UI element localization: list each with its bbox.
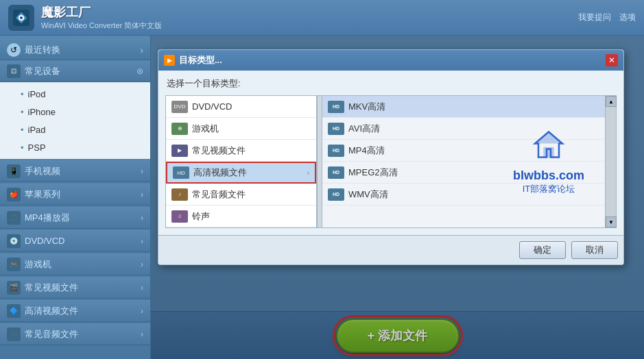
hd-item-arrow-icon: ›: [307, 169, 309, 177]
hd-video-icon: 🔷: [7, 304, 21, 318]
app-title: 魔影工厂: [41, 4, 162, 21]
avi-item-icon: HD: [328, 123, 344, 135]
content-area: ↺ 最近转换 › ⊡ 常见设备 ⊛ iPod iPhone: [0, 36, 644, 359]
sidebar-item-apple-series[interactable]: 🍎 苹果系列 ›: [0, 184, 150, 206]
sidebar-item-psp[interactable]: PSP: [0, 138, 150, 156]
main-content: ▶ 目标类型... ✕ 选择一个目标类型: DVD: [151, 36, 644, 359]
dialog-right-item-avi[interactable]: HD AVI高清: [322, 118, 605, 140]
recent-label: 最近转换: [25, 44, 60, 56]
ipod-label: iPod: [28, 89, 46, 99]
dvd-item-icon: DVD: [171, 101, 188, 113]
hd-video-label: 高清视频文件: [25, 305, 78, 317]
devices-icon: ⊡: [7, 64, 21, 78]
sidebar-item-dvd-vcd[interactable]: 💿 DVD/VCD ›: [0, 230, 150, 252]
dialog-left-panel: DVD DVD/VCD ⊕ 游戏机 ▶ 常见视频文件: [166, 96, 317, 227]
ok-button[interactable]: 确定: [519, 241, 566, 259]
dialog-title-bar: ▶ 目标类型... ✕: [158, 50, 623, 71]
recent-icon: ↺: [7, 43, 21, 57]
dvd-vcd-arrow-icon: ›: [141, 236, 143, 246]
sidebar-item-game-console[interactable]: 🎮 游戏机 ›: [0, 253, 150, 275]
mpeg2-item-icon: HD: [328, 166, 344, 179]
sidebar-item-ipad[interactable]: iPad: [0, 121, 150, 138]
sidebar-item-common-audio[interactable]: 🎶 常见音频文件 ›: [0, 323, 150, 345]
devices-expand-icon: ⊛: [136, 66, 143, 76]
svg-point-2: [20, 16, 23, 19]
dialog-right-item-mp4[interactable]: HD MP4高清: [322, 140, 605, 162]
common-video-icon: 🎬: [7, 281, 21, 295]
mkv-item-icon: HD: [328, 101, 344, 113]
wmv-item-icon: HD: [328, 188, 344, 201]
left-panel-scrollbar[interactable]: [317, 96, 322, 227]
iphone-label: iPhone: [28, 107, 56, 117]
dialog-item-dvd-vcd[interactable]: DVD DVD/VCD: [166, 96, 316, 118]
main-window: 魔影工厂 WinAVI Video Converter 简体中文版 我要提问 选…: [0, 0, 644, 359]
ring-item-icon: ♫: [171, 210, 188, 223]
apple-series-label: 苹果系列: [25, 188, 60, 201]
dialog-panels: DVD DVD/VCD ⊕ 游戏机 ▶ 常见视频文件: [165, 95, 617, 228]
common-video-item-icon: ▶: [171, 145, 188, 157]
ipad-label: iPad: [28, 125, 46, 135]
game-console-icon: 🎮: [7, 258, 21, 271]
hd-video-item-label: 高清视频文件: [193, 166, 247, 179]
hd-video-arrow-icon: ›: [141, 306, 143, 316]
dialog-footer: 确定 取消: [158, 235, 623, 264]
sidebar-item-ipod[interactable]: iPod: [0, 85, 150, 103]
audio-item-label: 常见音频文件: [192, 188, 246, 201]
wmv-item-label: WMV高清: [348, 188, 388, 201]
sidebar-item-mobile-video[interactable]: 📱 手机视频 ›: [0, 160, 150, 182]
sidebar: ↺ 最近转换 › ⊡ 常见设备 ⊛ iPod iPhone: [0, 36, 151, 359]
feedback-link[interactable]: 我要提问: [578, 12, 611, 23]
dialog-title-icon: ▶: [164, 55, 175, 66]
mobile-video-arrow-icon: ›: [141, 166, 143, 176]
title-links: 我要提问 选项: [578, 12, 636, 23]
game-item-icon: ⊕: [171, 123, 188, 135]
sidebar-item-hd-video[interactable]: 🔷 高清视频文件 ›: [0, 300, 150, 322]
sidebar-item-iphone[interactable]: iPhone: [0, 103, 150, 121]
common-devices-section: ⊡ 常见设备 ⊛ iPod iPhone iPad PSP: [0, 60, 150, 159]
common-video-item-label: 常见视频文件: [192, 145, 246, 157]
dialog-subtitle: 选择一个目标类型:: [165, 77, 617, 90]
dialog-close-button[interactable]: ✕: [606, 54, 618, 66]
dialog-item-game[interactable]: ⊕ 游戏机: [166, 118, 316, 140]
recent-conversions-header[interactable]: ↺ 最近转换 ›: [0, 40, 150, 60]
common-audio-arrow-icon: ›: [141, 330, 143, 339]
dialog-overlay: ▶ 目标类型... ✕ 选择一个目标类型: DVD: [151, 36, 644, 359]
target-type-dialog: ▶ 目标类型... ✕ 选择一个目标类型: DVD: [158, 49, 624, 265]
dialog-item-common-video[interactable]: ▶ 常见视频文件: [166, 140, 316, 162]
ring-item-label: 铃声: [192, 210, 210, 223]
mp4-item-icon: HD: [328, 145, 344, 157]
sidebar-item-mp4-player[interactable]: 🎵 MP4播放器 ›: [0, 207, 150, 229]
scrollbar-down-button[interactable]: ▼: [606, 216, 617, 227]
common-video-arrow-icon: ›: [141, 283, 143, 293]
dialog-item-ringtone[interactable]: ♫ 铃声: [166, 206, 316, 227]
dialog-right-item-wmv[interactable]: HD WMV高清: [322, 184, 605, 206]
title-text: 魔影工厂 WinAVI Video Converter 简体中文版: [41, 4, 162, 31]
mkv-item-label: MKV高清: [348, 101, 385, 113]
dvd-vcd-icon: 💿: [7, 234, 21, 248]
dialog-right-item-mpeg2[interactable]: HD MPEG2高清: [322, 162, 605, 184]
common-audio-icon: 🎶: [7, 327, 21, 341]
dialog-right-panel: HD MKV高清 HD AVI高清 HD MP4: [322, 96, 605, 227]
hd-video-item-icon: HD: [173, 166, 189, 179]
sidebar-item-common-video[interactable]: 🎬 常见视频文件 ›: [0, 277, 150, 299]
psp-label: PSP: [28, 143, 46, 153]
right-panel-scrollbar[interactable]: ▲ ▼: [605, 96, 616, 227]
dialog-right-item-mkv[interactable]: HD MKV高清: [322, 96, 605, 118]
dialog-item-hd-video[interactable]: HD 高清视频文件 ›: [166, 162, 316, 184]
mobile-video-icon: 📱: [7, 164, 21, 178]
game-console-arrow-icon: ›: [141, 260, 143, 269]
recent-arrow-icon: ›: [140, 45, 143, 55]
mp4-item-label: MP4高清: [348, 145, 385, 157]
options-link[interactable]: 选项: [619, 12, 636, 23]
common-devices-header[interactable]: ⊡ 常见设备 ⊛: [0, 60, 150, 82]
game-item-label: 游戏机: [192, 123, 219, 135]
scrollbar-up-button[interactable]: ▲: [606, 96, 617, 107]
avi-item-label: AVI高清: [348, 123, 380, 135]
game-console-label: 游戏机: [25, 258, 51, 271]
dialog-body: 选择一个目标类型: DVD DVD/VCD ⊕: [158, 71, 623, 235]
dialog-item-audio[interactable]: ♪ 常见音频文件: [166, 184, 316, 206]
cancel-button[interactable]: 取消: [571, 241, 618, 259]
mp4-player-icon: 🎵: [7, 211, 21, 225]
common-video-label: 常见视频文件: [25, 282, 78, 294]
scrollbar-track: [606, 107, 616, 216]
